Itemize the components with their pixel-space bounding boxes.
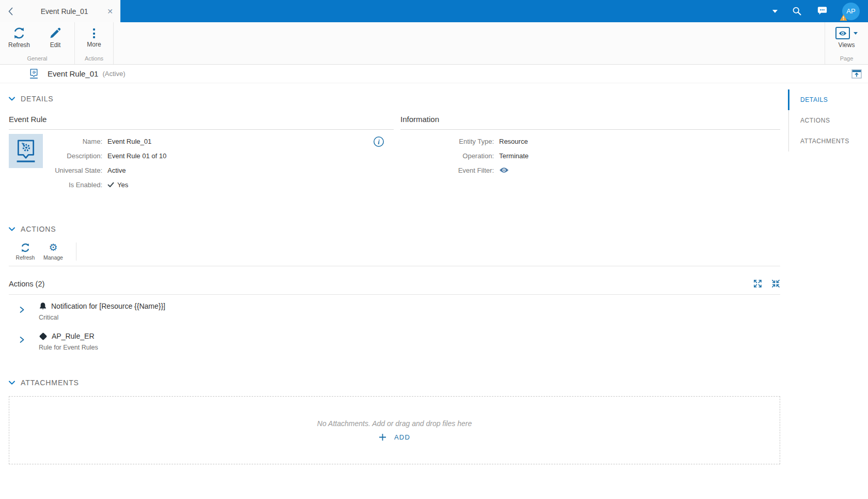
- views-dropdown-icon[interactable]: [854, 32, 858, 35]
- more-label: More: [87, 41, 101, 48]
- action-row-rule: AP_Rule_ER Rule for Event Rules: [9, 325, 780, 355]
- event-filter-eye-icon[interactable]: [499, 167, 509, 173]
- event-rule-tile-icon: [9, 134, 43, 168]
- header-dropdown-icon[interactable]: [772, 10, 778, 13]
- field-value-text: Yes: [117, 181, 128, 189]
- action-subtitle: Rule for Event Rules: [39, 343, 98, 352]
- actions-section-header[interactable]: ACTIONS: [9, 224, 780, 234]
- ribbon-group-actions: More Actions: [75, 22, 114, 64]
- search-icon[interactable]: [792, 6, 802, 17]
- add-label: ADD: [394, 433, 410, 441]
- field-row-description: Description: Event Rule 01 of 10: [9, 148, 394, 163]
- info-icon[interactable]: i: [373, 136, 384, 147]
- field-row-is-enabled: Is Enabled: Yes: [9, 177, 394, 192]
- status-badge: (Active): [102, 70, 125, 78]
- chevron-down-icon: [9, 381, 15, 385]
- back-button[interactable]: [0, 0, 22, 22]
- ribbon-group-general: Refresh Edit General: [0, 22, 75, 64]
- header-actions: AP: [772, 0, 868, 22]
- refresh-label: Refresh: [8, 41, 30, 49]
- tab-title: Event Rule_01: [24, 7, 105, 16]
- section-nav-details[interactable]: DETAILS: [788, 89, 868, 110]
- actions-manage-button[interactable]: ⚙ Manage: [41, 243, 66, 261]
- edit-label: Edit: [50, 41, 61, 49]
- more-button[interactable]: More: [80, 25, 108, 54]
- information-card: Information Entity Type: Resource Operat…: [400, 114, 780, 192]
- page-content: DETAILS Event Rule: [0, 83, 868, 499]
- attachments-section-label: ATTACHMENTS: [21, 379, 79, 387]
- close-tab-icon[interactable]: ✕: [105, 6, 115, 17]
- field-value: Terminate: [499, 152, 529, 160]
- details-section-header[interactable]: DETAILS: [9, 94, 780, 104]
- event-rule-card: Event Rule Name:: [9, 114, 394, 192]
- attachments-dropzone[interactable]: No Attachments. Add or drag and drop fil…: [9, 396, 780, 464]
- action-subtitle: Critical: [39, 313, 165, 322]
- tab-event-rule[interactable]: Event Rule_01 ✕: [22, 0, 120, 22]
- eye-icon: [835, 27, 850, 39]
- details-section-label: DETAILS: [21, 95, 54, 103]
- expand-row-icon[interactable]: [9, 332, 39, 352]
- views-button[interactable]: [835, 25, 858, 39]
- restore-panel-icon[interactable]: [851, 69, 862, 79]
- edit-button[interactable]: Edit: [41, 25, 69, 54]
- action-row-notification: Notification for [Resource {{Name}}] Cri…: [9, 295, 780, 325]
- refresh-button[interactable]: Refresh: [5, 25, 33, 54]
- tab-strip: Event Rule_01 ✕: [0, 0, 120, 22]
- svg-text:i: i: [378, 139, 380, 146]
- actions-manage-label: Manage: [43, 254, 63, 261]
- actions-refresh-label: Refresh: [16, 254, 35, 261]
- toolbar-divider: [76, 243, 76, 261]
- section-nav-attachments[interactable]: ATTACHMENTS: [788, 131, 868, 152]
- bell-icon: [39, 302, 47, 310]
- details-section: DETAILS Event Rule: [9, 83, 780, 192]
- refresh-icon: [20, 243, 30, 253]
- field-value: Event Rule_01: [107, 138, 151, 145]
- section-nav-actions[interactable]: ACTIONS: [788, 110, 868, 131]
- field-label: Operation:: [400, 152, 494, 160]
- diamond-icon: [39, 332, 48, 340]
- page-title: Event Rule_01: [48, 69, 98, 78]
- chevron-down-icon: [9, 227, 15, 231]
- actions-section: ACTIONS Refresh ⚙ Manage: [9, 224, 780, 355]
- expand-all-icon[interactable]: [753, 279, 762, 288]
- check-icon: [107, 182, 114, 188]
- kebab-icon: [93, 26, 95, 38]
- chevron-down-icon: [9, 97, 15, 101]
- event-rule-icon: [29, 68, 39, 79]
- attachments-section: ATTACHMENTS No Attachments. Add or drag …: [9, 377, 780, 464]
- action-title[interactable]: Notification for [Resource {{Name}}]: [51, 302, 165, 310]
- ribbon-group-label: Actions: [80, 54, 108, 64]
- actions-section-label: ACTIONS: [21, 225, 56, 233]
- expand-row-icon[interactable]: [9, 302, 39, 322]
- action-title[interactable]: AP_Rule_ER: [52, 332, 95, 340]
- add-attachment-button[interactable]: ADD: [379, 433, 410, 441]
- information-heading: Information: [400, 114, 780, 130]
- actions-list-title: Actions (2): [9, 279, 44, 289]
- ribbon-group-label: General: [5, 54, 69, 64]
- field-value: Yes: [107, 181, 128, 189]
- section-nav: DETAILS ACTIONS ATTACHMENTS: [788, 89, 868, 152]
- attachments-section-header[interactable]: ATTACHMENTS: [9, 377, 780, 388]
- gear-icon: ⚙: [49, 243, 57, 253]
- pencil-icon: [49, 26, 62, 40]
- chat-icon[interactable]: [816, 5, 828, 17]
- attachments-empty-text: No Attachments. Add or drag and drop fil…: [317, 419, 472, 428]
- collapse-all-icon[interactable]: [771, 279, 780, 288]
- actions-refresh-button[interactable]: Refresh: [13, 243, 38, 261]
- avatar[interactable]: AP: [842, 3, 860, 20]
- field-label: Entity Type:: [400, 138, 494, 145]
- actions-list-header: Actions (2): [9, 279, 780, 295]
- views-label: Views: [835, 41, 858, 54]
- field-row-name: Name: Event Rule_01: [9, 134, 394, 148]
- plus-icon: [379, 433, 386, 441]
- field-row-operation: Operation: Terminate: [400, 148, 780, 163]
- avatar-initials: AP: [846, 7, 855, 15]
- ribbon-toolbar: Refresh Edit General More Actions: [0, 22, 868, 65]
- chevron-left-icon: [7, 7, 14, 16]
- field-label: Event Filter:: [400, 167, 494, 174]
- field-value: Active: [107, 167, 126, 174]
- main-panel: DETAILS Event Rule: [0, 83, 780, 464]
- entity-titlebar: Event Rule_01 (Active): [0, 65, 868, 83]
- field-row-entity-type: Entity Type: Resource: [400, 134, 780, 148]
- field-label: Is Enabled:: [9, 181, 102, 189]
